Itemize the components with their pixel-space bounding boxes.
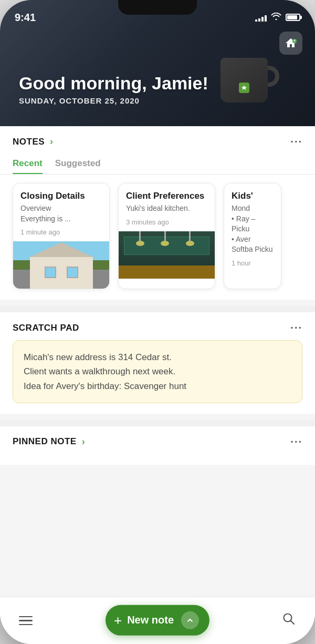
notes-more-button[interactable]: ··· (290, 136, 302, 148)
pinned-note-title: PINNED NOTE (13, 436, 77, 447)
partial-card-preview2: • Ray – Picku (232, 214, 274, 234)
scratch-pad-section: SCRATCH PAD ··· Micah's new address is 3… (0, 312, 315, 414)
battery-icon (286, 14, 300, 21)
scratch-pad-title: SCRATCH PAD (13, 323, 79, 333)
notes-scroll[interactable]: Closing Details Overview Everything is .… (0, 175, 315, 300)
scratch-pad-more-button[interactable]: ··· (290, 322, 302, 334)
notes-chevron-icon[interactable]: › (50, 136, 53, 147)
new-note-chevron-icon[interactable] (181, 611, 199, 629)
partial-card-time: 1 hour (232, 259, 274, 267)
phone-shell: 9:41 (0, 0, 315, 644)
search-button[interactable] (281, 611, 296, 630)
notes-tabs: Recent Suggested (0, 154, 315, 175)
notes-section: NOTES › ··· Recent Suggested Closing Det… (0, 126, 315, 300)
partial-card-preview3: • Aver Softba Picku (232, 234, 274, 255)
signal-icon (255, 13, 267, 22)
new-note-button[interactable]: + New note (106, 605, 209, 635)
separator-2 (0, 420, 315, 426)
pinned-note-header: PINNED NOTE › ··· (0, 426, 315, 454)
partial-card-title: Kids' (232, 191, 274, 201)
partial-card-preview1: Mond (232, 203, 274, 214)
main-content[interactable]: NOTES › ··· Recent Suggested Closing Det… (0, 126, 315, 597)
pinned-note-more-button[interactable]: ··· (290, 436, 302, 448)
pinned-chevron-icon[interactable]: › (82, 436, 85, 447)
wifi-icon (271, 13, 281, 22)
separator-1 (0, 306, 315, 312)
scratch-pad-header: SCRATCH PAD ··· (0, 312, 315, 340)
note-card-time: 1 minute ago (20, 228, 102, 236)
svg-line-2 (291, 621, 295, 625)
notes-title: NOTES (13, 137, 45, 147)
hero-date: Sunday, October 25, 2020 (19, 96, 208, 105)
scratch-pad-content[interactable]: Micah's new address is 314 Cedar st. Cli… (13, 340, 302, 403)
note-card-title: Closing Details (20, 191, 102, 201)
new-note-plus-icon: + (114, 613, 122, 627)
hero-text: Good morning, Jamie! Sunday, October 25,… (19, 74, 208, 105)
new-note-label: New note (127, 614, 174, 626)
hero-mug-illustration (215, 58, 284, 116)
note-card-client-preferences[interactable]: Client Preferences Yuki's ideal kitchen.… (118, 183, 215, 289)
menu-button[interactable] (19, 616, 33, 626)
note-card-title: Client Preferences (126, 191, 207, 201)
note-card-closing-details[interactable]: Closing Details Overview Everything is .… (13, 183, 110, 289)
hero-greeting: Good morning, Jamie! (19, 74, 208, 93)
note-card-kitchen-image (119, 231, 215, 279)
note-preview-line1: Yuki's ideal kitchen. (126, 203, 207, 214)
tab-recent[interactable]: Recent (13, 154, 43, 174)
notch (118, 0, 197, 15)
note-preview-line1: Overview (20, 203, 102, 214)
status-icons (255, 13, 300, 22)
home-icon[interactable] (279, 32, 302, 55)
note-card-house-image (13, 241, 109, 289)
note-card-time: 3 minutes ago (126, 218, 207, 226)
note-preview-line2: Everything is ... (20, 214, 102, 224)
bottom-bar: + New note (0, 597, 315, 644)
hamburger-icon (19, 616, 33, 618)
pinned-note-section: PINNED NOTE › ··· (0, 426, 315, 465)
note-card-kids[interactable]: Kids' Mond • Ray – Picku • Aver Softba P… (224, 183, 281, 289)
status-time: 9:41 (15, 12, 36, 24)
notes-section-header: NOTES › ··· (0, 126, 315, 154)
tab-suggested[interactable]: Suggested (55, 154, 101, 174)
